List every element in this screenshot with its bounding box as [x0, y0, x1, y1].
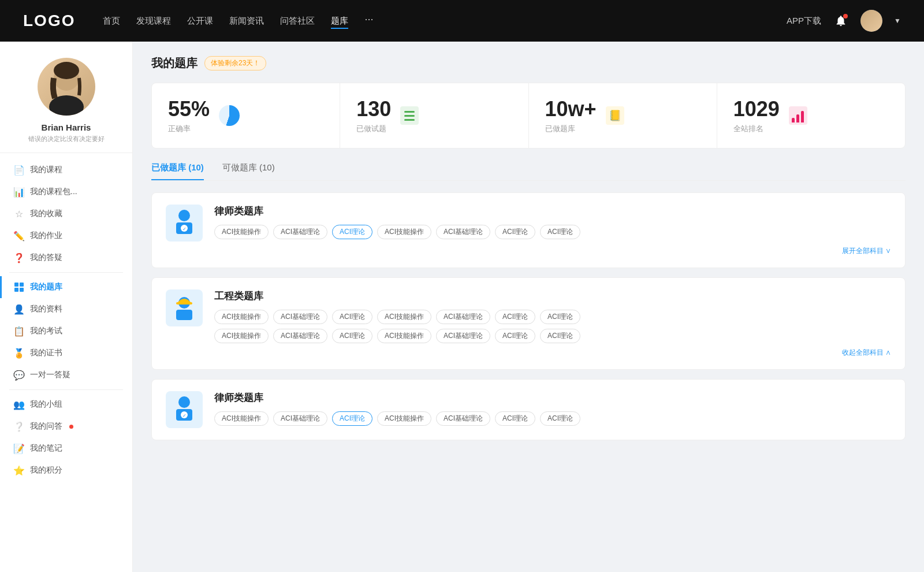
tag-1-2[interactable]: ACI理论 — [332, 225, 372, 239]
main-content: 我的题库 体验剩余23天！ 55% 正确率 130 已做试题 — [133, 42, 924, 572]
svg-rect-13 — [176, 302, 192, 304]
tag-2-5[interactable]: ACI理论 — [495, 310, 535, 324]
doc-icon: 📄 — [14, 165, 24, 175]
tag-3-3[interactable]: ACI技能操作 — [377, 411, 431, 426]
sidebar-item-notes[interactable]: 📝 我的笔记 — [0, 437, 132, 459]
tag-3-4[interactable]: ACI基础理论 — [436, 411, 490, 426]
sidebar-item-homework[interactable]: ✏️ 我的作业 — [0, 225, 132, 247]
tag-2-6[interactable]: ACI理论 — [540, 310, 580, 324]
tag-2-1[interactable]: ACI基础理论 — [273, 310, 327, 324]
tag-2-7[interactable]: ACI技能操作 — [214, 329, 269, 343]
sidebar-item-profile[interactable]: 👤 我的资料 — [0, 298, 132, 320]
bar-1 — [792, 118, 795, 122]
nav-news[interactable]: 新闻资讯 — [229, 13, 264, 29]
nav-right: APP下载 ▼ — [787, 10, 901, 32]
user-avatar[interactable] — [860, 10, 882, 32]
trial-badge: 体验剩余23天！ — [204, 56, 266, 70]
sidebar-item-one-on-one[interactable]: 💬 一对一答疑 — [0, 364, 132, 386]
sidebar-item-course-packages[interactable]: 📊 我的课程包... — [0, 181, 132, 203]
tag-2-8[interactable]: ACI基础理论 — [273, 329, 327, 343]
bank-footer-2[interactable]: 收起全部科目 ∧ — [166, 348, 891, 358]
tag-2-4[interactable]: ACI基础理论 — [436, 310, 490, 324]
tag-1-3[interactable]: ACI技能操作 — [377, 225, 431, 239]
app-download-button[interactable]: APP下载 — [787, 16, 821, 27]
tabs-row: 已做题库 (10) 可做题库 (10) — [151, 162, 906, 181]
tag-3-1[interactable]: ACI基础理论 — [273, 411, 327, 426]
sidebar-item-question-bank[interactable]: 我的题库 — [0, 276, 132, 298]
group-icon: 👥 — [14, 399, 24, 410]
tag-2-0[interactable]: ACI技能操作 — [214, 310, 269, 324]
tags-row-3: ACI技能操作 ACI基础理论 ACI理论 ACI技能操作 ACI基础理论 AC… — [214, 411, 891, 426]
logo[interactable]: LOGO — [23, 12, 75, 30]
list-line-2 — [404, 115, 415, 117]
stat-rank: 1029 全站排名 — [717, 83, 905, 148]
star-icon: ☆ — [14, 209, 24, 219]
tag-2-11[interactable]: ACI基础理论 — [436, 329, 490, 343]
lawyer-svg-1: ✓ — [172, 209, 197, 237]
tag-2-10[interactable]: ACI技能操作 — [377, 329, 431, 343]
bank-body-2: 工程类题库 ACI技能操作 ACI基础理论 ACI理论 ACI技能操作 ACI基… — [214, 289, 891, 343]
list-icon — [400, 106, 419, 125]
sidebar-divider-1 — [9, 272, 123, 273]
tag-1-0[interactable]: ACI技能操作 — [214, 225, 269, 239]
profile-name: Brian Harris — [42, 122, 91, 132]
tag-3-0[interactable]: ACI技能操作 — [214, 411, 269, 426]
svg-rect-3 — [14, 283, 18, 287]
tab-done[interactable]: 已做题库 (10) — [151, 162, 204, 180]
sidebar-menu: 📄 我的课程 📊 我的课程包... ☆ 我的收藏 ✏️ 我的作业 ❓ 我的答疑 — [0, 153, 132, 487]
nav-quiz[interactable]: 题库 — [331, 13, 348, 29]
user-menu-chevron[interactable]: ▼ — [894, 17, 901, 25]
bank-footer-1[interactable]: 展开全部科目 ∨ — [166, 246, 891, 256]
nav-more[interactable]: ··· — [364, 13, 373, 29]
sidebar-item-my-qa[interactable]: ❔ 我的问答 — [0, 415, 132, 437]
tag-2-13[interactable]: ACI理论 — [540, 329, 580, 343]
tag-3-6[interactable]: ACI理论 — [540, 411, 580, 426]
tag-1-1[interactable]: ACI基础理论 — [273, 225, 327, 239]
tab-available[interactable]: 可做题库 (10) — [222, 162, 275, 180]
stats-row: 55% 正确率 130 已做试题 10w+ 已做题库 — [151, 83, 906, 148]
tag-1-6[interactable]: ACI理论 — [540, 225, 580, 239]
stat-done-questions: 130 已做试题 — [340, 83, 528, 148]
tag-1-4[interactable]: ACI基础理论 — [436, 225, 490, 239]
tag-2-3[interactable]: ACI技能操作 — [377, 310, 431, 324]
profile-section: Brian Harris 错误的决定比没有决定要好 — [0, 42, 132, 153]
sidebar-item-courses[interactable]: 📄 我的课程 — [0, 159, 132, 181]
chat-icon: 💬 — [14, 370, 24, 380]
svg-point-14 — [178, 396, 190, 408]
bar-chart-icon — [789, 106, 807, 125]
sidebar-item-qa[interactable]: ❓ 我的答疑 — [0, 247, 132, 269]
tag-2-12[interactable]: ACI理论 — [495, 329, 535, 343]
cert-icon: 🏅 — [14, 348, 24, 358]
nav-open-course[interactable]: 公开课 — [187, 13, 213, 29]
bank-title-3: 律师类题库 — [214, 391, 891, 404]
sidebar-item-exam[interactable]: 📋 我的考试 — [0, 320, 132, 342]
sidebar-item-favorites[interactable]: ☆ 我的收藏 — [0, 203, 132, 225]
bank-card-lawyer-1: ✓ 律师类题库 ACI技能操作 ACI基础理论 ACI理论 ACI技能操作 AC… — [151, 192, 906, 268]
tag-2-9[interactable]: ACI理论 — [332, 329, 372, 343]
stat-value-rank: 1029 全站排名 — [733, 97, 780, 134]
tag-3-2[interactable]: ACI理论 — [332, 411, 372, 426]
bank-title-2: 工程类题库 — [214, 289, 891, 303]
bank-title-1: 律师类题库 — [214, 205, 891, 218]
sidebar-item-certificate[interactable]: 🏅 我的证书 — [0, 342, 132, 364]
nav-discover[interactable]: 发现课程 — [136, 13, 171, 29]
bank-body-1: 律师类题库 ACI技能操作 ACI基础理论 ACI理论 ACI技能操作 ACI基… — [214, 205, 891, 239]
tag-2-2[interactable]: ACI理论 — [332, 310, 372, 324]
sidebar-item-points[interactable]: ⭐ 我的积分 — [0, 459, 132, 481]
svg-text:✓: ✓ — [182, 413, 187, 418]
sidebar-item-group[interactable]: 👥 我的小组 — [0, 393, 132, 415]
tags-row-1: ACI技能操作 ACI基础理论 ACI理论 ACI技能操作 ACI基础理论 AC… — [214, 225, 891, 239]
tags-row-2: ACI技能操作 ACI基础理论 ACI理论 ACI技能操作 ACI基础理论 AC… — [214, 310, 891, 324]
tags-row-2b: ACI技能操作 ACI基础理论 ACI理论 ACI技能操作 ACI基础理论 AC… — [214, 329, 891, 343]
notification-bell[interactable] — [833, 13, 849, 29]
nav-qa[interactable]: 问答社区 — [280, 13, 315, 29]
navbar: LOGO 首页 发现课程 公开课 新闻资讯 问答社区 题库 ··· APP下载 … — [0, 0, 924, 42]
svg-point-7 — [178, 210, 190, 221]
page-header: 我的题库 体验剩余23天！ — [151, 55, 906, 71]
accuracy-pie-chart — [219, 105, 240, 126]
bank-card-engineer: 工程类题库 ACI技能操作 ACI基础理论 ACI理论 ACI技能操作 ACI基… — [151, 277, 906, 370]
nav-home[interactable]: 首页 — [103, 13, 120, 29]
tag-3-5[interactable]: ACI理论 — [495, 411, 535, 426]
tag-1-5[interactable]: ACI理论 — [495, 225, 535, 239]
stat-value-accuracy: 55% 正确率 — [168, 97, 210, 134]
